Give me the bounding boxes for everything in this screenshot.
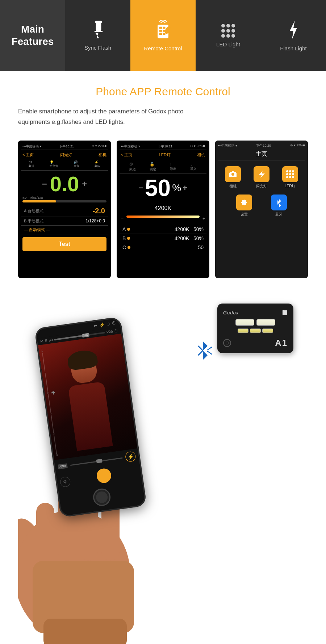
led-small-2 <box>250 329 261 333</box>
bottom-section: Godox ⬜ A1 <box>18 296 308 644</box>
section-description: Enable smartphone to adjust the paramete… <box>18 106 308 127</box>
test-button[interactable]: Test <box>22 237 106 251</box>
main-features-label: Main Features <box>0 0 65 71</box>
orange-circle-indicator <box>96 468 112 484</box>
flash-icon <box>91 21 104 41</box>
remote-icon <box>154 20 172 42</box>
svg-rect-1 <box>95 31 103 32</box>
hand-phone-section: ⬅ ⚡ ⏱ M S 80 100 V25 <box>18 304 217 644</box>
svg-rect-18 <box>43 619 127 644</box>
screenshot-led-control: •••中国移动 ▾ 下午10:21 ⊙ ▾ 22%■ < 主页 LED灯 相机 … <box>117 141 209 278</box>
portrait-area: 2 + 1 0 -1 -2 -3 <box>38 334 137 460</box>
screenshots-row: •••中国移动 ▾ 下午10:21 ⊙ ▾ 22%■ < 主页 闪光灯 相机 3… <box>18 141 308 278</box>
godox-device: Godox ⬜ A1 <box>217 304 293 353</box>
tab-led-light[interactable]: LED Light <box>196 0 261 71</box>
tab-flash-light[interactable]: Flash Light <box>261 0 326 71</box>
device-model: A1 <box>275 338 288 348</box>
shutter-button[interactable] <box>92 487 112 507</box>
led-icon <box>221 24 235 38</box>
led-small-3 <box>262 329 273 333</box>
screenshot-home: •••中国移动 ▾ 下午10:20 ⊙ ▾ 23%■ 主页 相机 <box>215 141 308 278</box>
bluetooth-section <box>194 340 212 366</box>
svg-rect-13 <box>36 503 54 568</box>
tab-remote-control[interactable]: Remote Control <box>130 0 196 71</box>
led-bulb-1 <box>235 319 254 326</box>
godox-brand: Godox <box>223 310 239 315</box>
svg-rect-9 <box>163 33 165 35</box>
settings-btn[interactable]: ⚙ <box>59 476 71 488</box>
svg-rect-6 <box>159 30 162 32</box>
svg-rect-8 <box>159 33 162 35</box>
header: Main Features Sync Flash <box>0 0 326 71</box>
tab-sync-flash[interactable]: Sync Flash <box>65 0 130 71</box>
flash-light-label: Flash Light <box>280 45 306 51</box>
bluetooth-icon <box>194 340 212 366</box>
flash-toggle[interactable]: ⚡ <box>125 451 136 463</box>
remote-control-label: Remote Control <box>144 45 182 51</box>
lightning-icon <box>287 20 300 42</box>
main-content: Phone APP Remote Control Enable smartpho… <box>0 71 326 644</box>
svg-rect-5 <box>163 26 165 29</box>
led-bulb-2 <box>256 319 275 326</box>
screenshot-flash-control: •••中国移动 ▾ 下午10:21 ⊙ ▾ 22%■ < 主页 闪光灯 相机 3… <box>18 141 111 278</box>
device-button[interactable] <box>223 339 231 347</box>
sync-flash-label: Sync Flash <box>84 45 111 51</box>
led-light-label: LED Light <box>216 41 240 47</box>
section-title: Phone APP Remote Control <box>18 85 308 98</box>
svg-rect-4 <box>159 26 162 29</box>
nav-tabs: Sync Flash <box>65 0 326 71</box>
led-small-1 <box>238 329 248 333</box>
